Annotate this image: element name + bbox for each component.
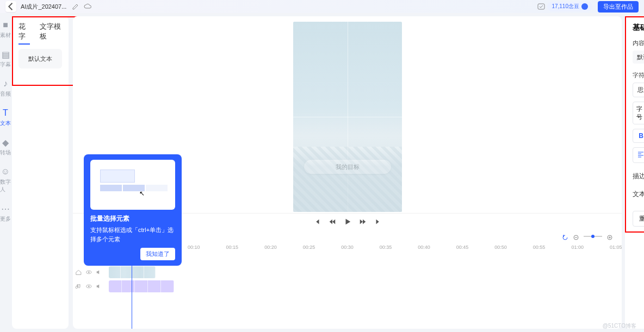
popup-illustration: ↖ <box>90 160 175 210</box>
credits-pill[interactable]: 17,110念豆 <box>547 2 592 11</box>
preview-area[interactable]: 我的目标 ↖ 批量选择元素 支持鼠标框选或「ctrl+单击」选择多个元素 我知道… <box>73 16 622 213</box>
canvas-pane: 我的目标 ↖ 批量选择元素 支持鼠标框选或「ctrl+单击」选择多个元素 我知道… <box>73 16 622 329</box>
left-rail: ■素材▤字幕♪音频T文本◆转场☺数字人⋯更多 <box>0 13 11 332</box>
zoom-in-button[interactable] <box>606 233 613 240</box>
rail-label: 更多 <box>0 215 11 223</box>
tab-flower-text[interactable]: 花字 <box>18 22 30 45</box>
rail-subtitle[interactable]: ▤字幕 <box>0 49 11 68</box>
more-icon: ⋯ <box>0 203 11 214</box>
popup-title: 批量选择元素 <box>90 214 175 223</box>
watermark: @51CTO博客 <box>603 322 636 330</box>
avatar-icon: ☺ <box>0 166 11 177</box>
rail-more[interactable]: ⋯更多 <box>0 203 11 223</box>
default-text-card[interactable]: 默认文本 <box>18 49 62 68</box>
ruler-tick: 01:05 <box>610 245 622 250</box>
audio-clip[interactable] <box>109 280 174 292</box>
popup-ok-button[interactable]: 我知道了 <box>140 248 175 260</box>
font-family-select[interactable]: 思源黑体 <box>633 83 644 97</box>
rail-audio[interactable]: ♪音频 <box>0 78 11 98</box>
next-frame-button[interactable] <box>374 218 382 225</box>
ruler-tick: 01:00 <box>571 245 584 250</box>
project-name: AI成片_202407... <box>21 3 66 11</box>
rail-label: 转场 <box>0 149 11 156</box>
svg-point-8 <box>88 286 90 287</box>
font-family-value: 思源黑体 <box>637 86 644 94</box>
cloud-icon[interactable] <box>83 2 92 11</box>
music-icon[interactable] <box>75 283 82 290</box>
ruler-tick: 00:10 <box>188 245 200 250</box>
preview-canvas[interactable]: 我的目标 <box>293 22 402 212</box>
text-bg-section[interactable]: 文本背景 + <box>633 185 644 203</box>
font-size-label-box: 字号 <box>633 102 644 124</box>
ruler-tick: 00:20 <box>264 245 277 250</box>
stroke-label: 描边 <box>633 172 644 181</box>
ruler-tick: 00:35 <box>380 245 392 250</box>
transition-icon: ◆ <box>0 137 11 148</box>
check-icon[interactable] <box>537 2 546 11</box>
eye-icon[interactable] <box>85 268 92 276</box>
tab-text-template[interactable]: 文字模板 <box>40 22 62 45</box>
credits-text: 17,110念豆 <box>552 3 579 10</box>
forward-button[interactable] <box>359 218 367 225</box>
content-input[interactable] <box>633 51 644 64</box>
ruler-tick: 00:40 <box>418 245 430 250</box>
props-title: 基础 <box>633 23 644 33</box>
svg-point-6 <box>88 272 90 273</box>
zoom-slider[interactable] <box>584 236 602 237</box>
audio-icon: ♪ <box>0 78 11 89</box>
text-icon: T <box>0 108 11 118</box>
char-label: 字符 <box>633 71 644 79</box>
credit-icon <box>581 3 588 10</box>
eye-icon[interactable] <box>85 283 92 290</box>
ruler-tick: 00:30 <box>341 245 354 250</box>
ruler-tick: 00:15 <box>226 245 239 250</box>
prev-frame-button[interactable] <box>313 218 321 225</box>
bold-button[interactable]: B <box>633 129 644 142</box>
rail-avatar[interactable]: ☺数字人 <box>0 166 11 193</box>
stroke-section[interactable]: 描边 + <box>633 167 644 185</box>
goal-text-element[interactable]: 我的目标 <box>304 160 391 174</box>
rail-text[interactable]: T文本 <box>0 108 11 127</box>
rail-label: 素材 <box>0 32 11 39</box>
properties-panel: 基础 内容 字符 思源黑体 字号 42 颜色 B U I 描边 + 文本背景 <box>625 16 644 329</box>
material-icon: ■ <box>0 20 11 30</box>
align-left-button[interactable] <box>633 148 644 162</box>
svg-rect-0 <box>538 4 544 9</box>
ruler-tick: 00:45 <box>456 245 469 250</box>
rail-label: 音频 <box>0 90 11 98</box>
library-panel: 花字 文字模板 默认文本 <box>12 16 69 329</box>
video-clip[interactable] <box>109 266 156 278</box>
home-icon[interactable] <box>75 268 82 276</box>
rail-label: 文本 <box>0 120 11 127</box>
volume-icon[interactable] <box>95 283 102 290</box>
text-bg-label: 文本背景 <box>633 190 644 199</box>
back-button[interactable] <box>5 1 16 12</box>
ruler-tick: 00:50 <box>494 245 507 250</box>
subtitle-icon: ▤ <box>0 49 11 60</box>
export-button[interactable]: 导出至作品 <box>598 1 639 12</box>
ruler-tick: 00:55 <box>533 245 546 250</box>
rail-material[interactable]: ■素材 <box>0 20 11 39</box>
reset-style-button[interactable]: 重置字符样式 <box>633 211 644 227</box>
play-button[interactable] <box>344 218 351 225</box>
zoom-out-button[interactable] <box>573 233 579 240</box>
undo-icon[interactable] <box>562 233 568 240</box>
edit-icon[interactable] <box>71 2 80 11</box>
rewind-button[interactable] <box>329 218 336 225</box>
volume-icon[interactable] <box>95 268 102 276</box>
popup-desc: 支持鼠标框选或「ctrl+单击」选择多个元素 <box>90 225 175 243</box>
rail-label: 数字人 <box>0 178 11 193</box>
rail-label: 字幕 <box>0 61 11 68</box>
content-label: 内容 <box>633 39 644 47</box>
rail-transition[interactable]: ◆转场 <box>0 137 11 156</box>
cursor-icon: ↖ <box>139 190 145 197</box>
tip-popup: ↖ 批量选择元素 支持鼠标框选或「ctrl+单击」选择多个元素 我知道了 <box>84 154 182 266</box>
ruler-tick: 00:25 <box>303 245 315 250</box>
